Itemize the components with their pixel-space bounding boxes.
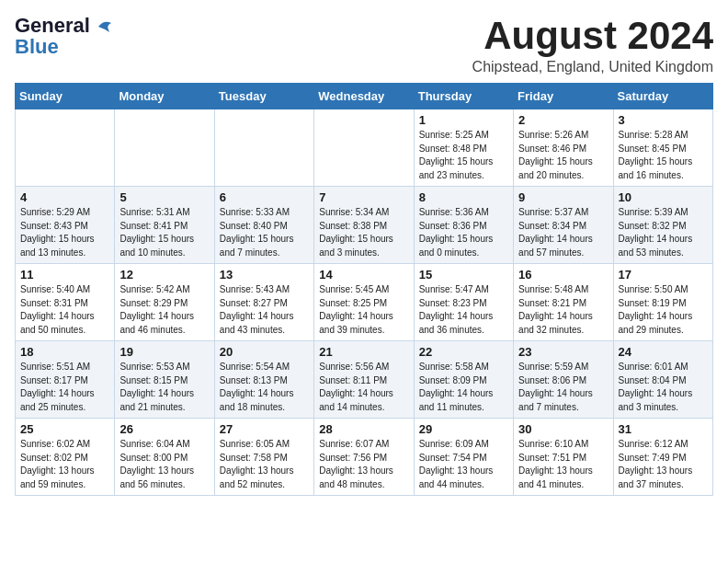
cell-line: and 29 minutes.	[619, 325, 684, 335]
day-number: 18	[20, 345, 109, 359]
calendar-cell: 18Sunrise: 5:51 AMSunset: 8:17 PMDayligh…	[16, 341, 115, 419]
cell-line: Sunrise: 6:09 AM	[419, 439, 489, 449]
cell-content: Sunrise: 6:01 AMSunset: 8:04 PMDaylight:…	[619, 361, 708, 414]
cell-content: Sunrise: 6:07 AMSunset: 7:56 PMDaylight:…	[319, 438, 408, 491]
cell-line: Daylight: 15 hours	[518, 156, 593, 167]
cell-line: Sunrise: 5:31 AM	[119, 207, 189, 217]
cell-content: Sunrise: 6:10 AMSunset: 7:51 PMDaylight:…	[518, 438, 608, 491]
cell-line: and 39 minutes.	[319, 325, 384, 335]
week-row-5: 25Sunrise: 6:02 AMSunset: 8:02 PMDayligh…	[16, 419, 713, 496]
calendar-cell: 1Sunrise: 5:25 AMSunset: 8:48 PMDaylight…	[414, 109, 513, 187]
cell-line: Daylight: 13 hours	[419, 465, 494, 476]
day-number: 12	[119, 268, 209, 282]
calendar-cell	[115, 109, 214, 187]
calendar-cell: 17Sunrise: 5:50 AMSunset: 8:19 PMDayligh…	[613, 264, 712, 341]
calendar-cell: 3Sunrise: 5:28 AMSunset: 8:45 PMDaylight…	[613, 109, 712, 187]
day-number: 10	[619, 190, 708, 204]
cell-content: Sunrise: 6:04 AMSunset: 8:00 PMDaylight:…	[119, 438, 209, 491]
cell-line: Sunset: 8:34 PM	[518, 221, 586, 231]
cell-line: Daylight: 14 hours	[518, 388, 593, 398]
cell-line: Daylight: 14 hours	[319, 388, 393, 398]
cell-content: Sunrise: 5:39 AMSunset: 8:32 PMDaylight:…	[619, 206, 708, 259]
cell-line: Sunrise: 6:02 AM	[20, 439, 90, 449]
cell-line: Sunrise: 5:48 AM	[518, 284, 588, 294]
cell-content: Sunrise: 5:53 AMSunset: 8:15 PMDaylight:…	[119, 361, 209, 414]
day-number: 20	[220, 345, 309, 359]
day-number: 25	[20, 422, 109, 436]
cell-content: Sunrise: 6:02 AMSunset: 8:02 PMDaylight:…	[20, 438, 109, 491]
cell-line: Sunrise: 5:45 AM	[319, 284, 389, 294]
cell-line: Daylight: 14 hours	[619, 311, 693, 321]
cell-line: Sunset: 8:38 PM	[319, 221, 387, 231]
cell-line: Sunset: 8:17 PM	[20, 375, 88, 385]
cell-line: Daylight: 15 hours	[119, 234, 194, 244]
cell-line: Sunrise: 5:39 AM	[619, 207, 688, 217]
page-header: General Blue August 2024 Chipstead, Engl…	[15, 15, 713, 75]
cell-line: Daylight: 15 hours	[619, 156, 693, 167]
cell-content: Sunrise: 5:45 AMSunset: 8:25 PMDaylight:…	[319, 283, 408, 337]
cell-line: Daylight: 14 hours	[119, 311, 194, 321]
cell-line: and 14 minutes.	[319, 402, 384, 412]
cell-content: Sunrise: 5:54 AMSunset: 8:13 PMDaylight:…	[220, 361, 309, 414]
day-number: 28	[319, 422, 408, 436]
cell-line: Sunrise: 5:50 AM	[619, 284, 688, 294]
cell-content: Sunrise: 5:25 AMSunset: 8:48 PMDaylight:…	[419, 129, 508, 182]
cell-line: and 36 minutes.	[419, 325, 484, 335]
cell-line: Daylight: 15 hours	[20, 234, 95, 244]
cell-line: Sunrise: 5:51 AM	[20, 362, 90, 372]
cell-line: Sunset: 8:41 PM	[119, 221, 188, 231]
cell-line: Sunset: 8:31 PM	[20, 298, 88, 308]
cell-line: Daylight: 15 hours	[419, 156, 494, 167]
month-title: August 2024	[472, 15, 713, 57]
cell-line: Daylight: 15 hours	[419, 234, 494, 244]
cell-line: Sunrise: 5:53 AM	[119, 362, 189, 372]
cell-content: Sunrise: 6:12 AMSunset: 7:49 PMDaylight:…	[619, 438, 708, 491]
logo: General Blue	[15, 15, 113, 59]
cell-content: Sunrise: 5:40 AMSunset: 8:31 PMDaylight:…	[20, 283, 109, 337]
cell-line: Sunrise: 5:42 AM	[119, 284, 189, 294]
calendar-cell: 31Sunrise: 6:12 AMSunset: 7:49 PMDayligh…	[613, 419, 712, 496]
cell-content: Sunrise: 5:36 AMSunset: 8:36 PMDaylight:…	[419, 206, 508, 259]
cell-line: and 18 minutes.	[220, 402, 285, 412]
calendar-cell: 22Sunrise: 5:58 AMSunset: 8:09 PMDayligh…	[414, 341, 513, 419]
calendar-cell: 19Sunrise: 5:53 AMSunset: 8:15 PMDayligh…	[115, 341, 214, 419]
cell-line: and 25 minutes.	[20, 402, 85, 412]
day-number: 14	[319, 268, 408, 282]
cell-line: and 23 minutes.	[419, 170, 484, 180]
calendar-cell: 6Sunrise: 5:33 AMSunset: 8:40 PMDaylight…	[214, 187, 313, 264]
cell-content: Sunrise: 5:48 AMSunset: 8:21 PMDaylight:…	[518, 283, 608, 337]
cell-line: Daylight: 13 hours	[220, 465, 294, 476]
cell-line: Daylight: 14 hours	[419, 311, 494, 321]
calendar-cell	[214, 109, 313, 187]
cell-line: Sunset: 8:43 PM	[20, 221, 88, 231]
cell-line: Sunset: 7:51 PM	[518, 453, 586, 463]
day-number: 23	[518, 345, 608, 359]
cell-line: Daylight: 14 hours	[119, 388, 194, 398]
calendar-cell: 29Sunrise: 6:09 AMSunset: 7:54 PMDayligh…	[414, 419, 513, 496]
cell-line: Sunset: 8:25 PM	[319, 298, 387, 308]
cell-line: Sunset: 8:27 PM	[220, 298, 288, 308]
cell-line: Sunset: 7:58 PM	[220, 453, 288, 463]
cell-line: and 44 minutes.	[419, 479, 484, 489]
cell-line: Sunrise: 6:01 AM	[619, 362, 688, 372]
cell-content: Sunrise: 5:31 AMSunset: 8:41 PMDaylight:…	[119, 206, 209, 259]
week-row-3: 11Sunrise: 5:40 AMSunset: 8:31 PMDayligh…	[16, 264, 713, 341]
cell-line: Sunset: 8:13 PM	[220, 375, 288, 385]
day-number: 5	[119, 190, 209, 204]
cell-line: and 52 minutes.	[220, 479, 285, 489]
cell-line: Daylight: 13 hours	[20, 465, 95, 476]
cell-line: Daylight: 15 hours	[220, 234, 294, 244]
cell-content: Sunrise: 5:51 AMSunset: 8:17 PMDaylight:…	[20, 361, 109, 414]
logo-bird-icon	[97, 19, 113, 34]
day-number: 1	[419, 113, 508, 127]
cell-line: and 20 minutes.	[518, 170, 584, 180]
cell-line: Sunset: 8:19 PM	[619, 298, 687, 308]
cell-line: Sunset: 8:45 PM	[619, 144, 687, 154]
calendar-cell: 7Sunrise: 5:34 AMSunset: 8:38 PMDaylight…	[314, 187, 414, 264]
day-number: 11	[20, 268, 109, 282]
calendar-cell: 13Sunrise: 5:43 AMSunset: 8:27 PMDayligh…	[214, 264, 313, 341]
cell-line: Daylight: 14 hours	[20, 311, 95, 321]
cell-line: Sunset: 8:21 PM	[518, 298, 586, 308]
cell-line: and 53 minutes.	[619, 247, 684, 258]
week-row-4: 18Sunrise: 5:51 AMSunset: 8:17 PMDayligh…	[16, 341, 713, 419]
